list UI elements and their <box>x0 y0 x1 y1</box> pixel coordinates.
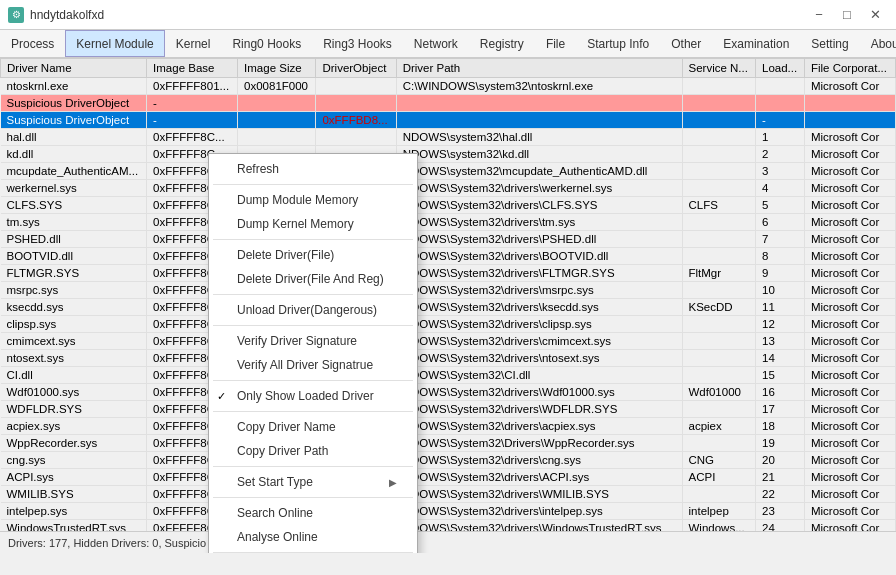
submenu-arrow-icon: ▶ <box>389 477 397 488</box>
col-header-load...[interactable]: Load... <box>756 59 805 78</box>
table-row[interactable]: msrpc.sys0xFFFFF8C...NDOWS\System32\driv… <box>1 282 896 299</box>
ctx-item-only_show_loaded_driver[interactable]: Only Show Loaded Driver <box>209 384 417 408</box>
table-row[interactable]: acpiex.sys0xFFFFF8C...NDOWS\System32\dri… <box>1 418 896 435</box>
menu-item-file[interactable]: File <box>535 30 576 57</box>
table-row[interactable]: ntosext.sys0xFFFFF8C...NDOWS\System32\dr… <box>1 350 896 367</box>
menu-item-kernel[interactable]: Kernel <box>165 30 222 57</box>
col-header-driver_path[interactable]: Driver Path <box>396 59 682 78</box>
ctx-item-refresh[interactable]: Refresh <box>209 157 417 181</box>
table-row[interactable]: Suspicious DriverObject- <box>1 95 896 112</box>
ctx-item-verify_driver_signature[interactable]: Verify Driver Signature <box>209 329 417 353</box>
ctx-item-dump_module_memory[interactable]: Dump Module Memory <box>209 188 417 212</box>
table-row[interactable]: mcupdate_AuthenticAM...0xFFFFF8C...NDOWS… <box>1 163 896 180</box>
context-menu-separator <box>213 411 413 412</box>
table-row[interactable]: intelpep.sys0xFFFFF8C...NDOWS\System32\d… <box>1 503 896 520</box>
context-menu-separator <box>213 239 413 240</box>
main-content: Driver NameImage BaseImage SizeDriverObj… <box>0 58 896 553</box>
menu-item-other[interactable]: Other <box>660 30 712 57</box>
ctx-item-delete_driver_file_and_reg_[interactable]: Delete Driver(File And Reg) <box>209 267 417 291</box>
app-icon: ⚙ <box>8 7 24 23</box>
table-row[interactable]: FLTMGR.SYS0xFFFFF8C...NDOWS\System32\dri… <box>1 265 896 282</box>
col-header-image_base[interactable]: Image Base <box>147 59 238 78</box>
table-row[interactable]: ksecdd.sys0xFFFFF8C...NDOWS\System32\dri… <box>1 299 896 316</box>
driver-table: Driver NameImage BaseImage SizeDriverObj… <box>0 58 896 553</box>
context-menu-separator <box>213 497 413 498</box>
menu-item-about[interactable]: About <box>860 30 896 57</box>
col-header-driver_name[interactable]: Driver Name <box>1 59 147 78</box>
close-button[interactable]: ✕ <box>862 5 888 25</box>
ctx-item-verify_all_driver_signatrue[interactable]: Verify All Driver Signatrue <box>209 353 417 377</box>
title-bar: ⚙ hndytdakolfxd − □ ✕ <box>0 0 896 30</box>
table-row[interactable]: cng.sys0xFFFFF8C...NDOWS\System32\driver… <box>1 452 896 469</box>
menu-item-kernel_module[interactable]: Kernel Module <box>65 30 164 57</box>
menu-item-process[interactable]: Process <box>0 30 65 57</box>
ctx-item-search_online[interactable]: Search Online <box>209 501 417 525</box>
ctx-item-dump_kernel_memory[interactable]: Dump Kernel Memory <box>209 212 417 236</box>
context-menu-separator <box>213 184 413 185</box>
menu-item-ring0_hooks[interactable]: Ring0 Hooks <box>221 30 312 57</box>
context-menu-separator <box>213 325 413 326</box>
title-text: hndytdakolfxd <box>30 8 104 22</box>
menu-item-setting[interactable]: Setting <box>800 30 859 57</box>
maximize-button[interactable]: □ <box>834 5 860 25</box>
table-row[interactable]: Wdf01000.sys0xFFFFF8C...NDOWS\System32\d… <box>1 384 896 401</box>
table-row[interactable]: WppRecorder.sys0xFFFFF8C...NDOWS\System3… <box>1 435 896 452</box>
ctx-item-copy_driver_name[interactable]: Copy Driver Name <box>209 415 417 439</box>
table-row[interactable]: werkernel.sys0xFFFFF8C...NDOWS\System32\… <box>1 180 896 197</box>
menu-item-registry[interactable]: Registry <box>469 30 535 57</box>
table-row[interactable]: clipsp.sys0xFFFFF8C...NDOWS\System32\dri… <box>1 316 896 333</box>
table-row[interactable]: CI.dll0xFFFFF8C...NDOWS\System32\CI.dll1… <box>1 367 896 384</box>
ctx-item-delete_driver_file_[interactable]: Delete Driver(File) <box>209 243 417 267</box>
table-header-row: Driver NameImage BaseImage SizeDriverObj… <box>1 59 896 78</box>
menu-item-network[interactable]: Network <box>403 30 469 57</box>
title-bar-left: ⚙ hndytdakolfxd <box>8 7 104 23</box>
table-row[interactable]: hal.dll0xFFFFF8C...NDOWS\system32\hal.dl… <box>1 129 896 146</box>
menu-bar: ProcessKernel ModuleKernelRing0 HooksRin… <box>0 30 896 58</box>
ctx-item-analyse_online[interactable]: Analyse Online <box>209 525 417 549</box>
table-row[interactable]: WMILIB.SYS0xFFFFF8C...NDOWS\System32\dri… <box>1 486 896 503</box>
table-row[interactable]: ACPI.sys0xFFFFF8C...NDOWS\System32\drive… <box>1 469 896 486</box>
context-menu-separator <box>213 294 413 295</box>
minimize-button[interactable]: − <box>806 5 832 25</box>
table-row[interactable]: WDFLDR.SYS0xFFFFF8C...NDOWS\System32\dri… <box>1 401 896 418</box>
title-controls: − □ ✕ <box>806 5 888 25</box>
table-row[interactable]: BOOTVID.dll0xFFFFF8C...NDOWS\System32\dr… <box>1 248 896 265</box>
context-menu-separator <box>213 552 413 553</box>
status-bar: Drivers: 177, Hidden Drivers: 0, Suspici… <box>0 531 896 553</box>
table-row[interactable]: PSHED.dll0xFFFFF8C...NDOWS\System32\driv… <box>1 231 896 248</box>
ctx-item-unload_driver_dangerous_[interactable]: Unload Driver(Dangerous) <box>209 298 417 322</box>
context-menu-separator <box>213 380 413 381</box>
menu-item-examination[interactable]: Examination <box>712 30 800 57</box>
context-menu: RefreshDump Module MemoryDump Kernel Mem… <box>208 153 418 553</box>
status-text: Drivers: 177, Hidden Drivers: 0, Suspici… <box>8 537 206 549</box>
ctx-item-copy_driver_path[interactable]: Copy Driver Path <box>209 439 417 463</box>
col-header-file_corporat...[interactable]: File Corporat... <box>804 59 895 78</box>
menu-item-startup_info[interactable]: Startup Info <box>576 30 660 57</box>
col-header-image_size[interactable]: Image Size <box>238 59 316 78</box>
context-menu-separator <box>213 466 413 467</box>
table-row[interactable]: kd.dll0xFFFFF8C...NDOWS\system32\kd.dll2… <box>1 146 896 163</box>
table-row[interactable]: CLFS.SYS0xFFFFF8C...NDOWS\System32\drive… <box>1 197 896 214</box>
ctx-item-set_start_type[interactable]: Set Start Type▶ <box>209 470 417 494</box>
table-row[interactable]: cmimcext.sys0xFFFFF8C...NDOWS\System32\d… <box>1 333 896 350</box>
menu-item-ring3_hooks[interactable]: Ring3 Hooks <box>312 30 403 57</box>
table-row[interactable]: Suspicious DriverObject-0xFFFBD8...- <box>1 112 896 129</box>
table-row[interactable]: ntoskrnl.exe0xFFFFF801...0x0081F000C:\WI… <box>1 78 896 95</box>
col-header-service_n...[interactable]: Service N... <box>682 59 756 78</box>
col-header-driverobject[interactable]: DriverObject <box>316 59 396 78</box>
table-row[interactable]: tm.sys0xFFFFF8C...NDOWS\System32\drivers… <box>1 214 896 231</box>
table-wrapper[interactable]: Driver NameImage BaseImage SizeDriverObj… <box>0 58 896 553</box>
